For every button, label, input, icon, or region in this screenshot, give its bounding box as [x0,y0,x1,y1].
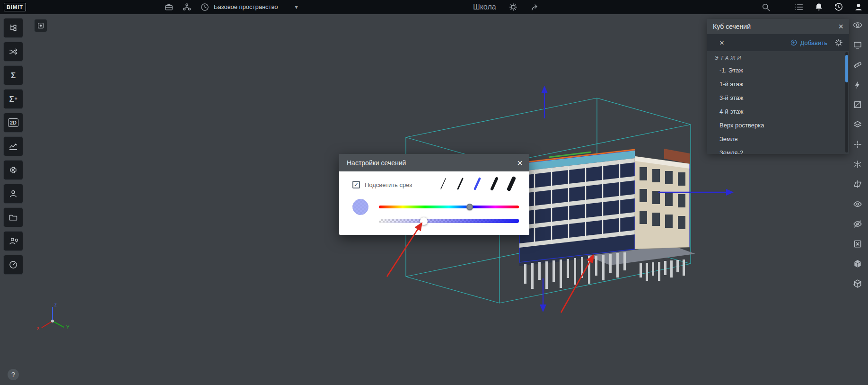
clash-button[interactable] [850,78,865,92]
line-weight-option[interactable] [509,179,514,189]
right-toolbar [849,18,866,291]
deselect-button[interactable]: × [719,39,724,47]
list-item[interactable]: Земля [707,132,849,146]
topbar: BIMIT Базовое пространство ▾ Школа [0,0,868,14]
alpha-slider-handle[interactable] [420,217,428,225]
projects-button[interactable] [164,2,174,12]
alpha-slider[interactable] [379,219,519,223]
notifications-button[interactable] [814,2,824,12]
gauge-icon [9,260,18,269]
focus-view-button[interactable] [34,19,47,32]
measure-button[interactable] [850,58,865,72]
lightning-icon [853,80,862,90]
share-icon [530,2,540,12]
axis-y-label: Y [66,325,70,330]
time-tracking-button[interactable] [200,2,210,12]
section-cube-button[interactable] [850,277,865,291]
list-item[interactable]: 4-й этаж [707,105,849,118]
links-button[interactable] [3,42,23,62]
search-icon [761,2,771,12]
folder-icon [9,213,18,222]
workspace-selector[interactable]: Базовое пространство ▾ [214,0,298,14]
plane-icon [853,179,862,189]
dialog-header[interactable]: Настройки сечений × [339,154,529,171]
dashboard-button[interactable] [3,255,23,275]
gear-icon [834,38,843,47]
line-weight-option[interactable] [441,179,446,189]
briefcase-icon [164,2,174,12]
point-button[interactable] [850,137,865,152]
search-button[interactable] [761,2,771,12]
building-model[interactable] [509,149,695,289]
line-weight-option[interactable] [458,179,463,189]
sigma-icon: Σ [11,72,16,80]
section-view-button[interactable] [850,98,865,112]
org-icon [182,2,192,12]
fit-screen-icon [853,40,862,50]
section-settings-dialog: Настройки сечений × ✓ Подсветить срез [339,154,529,235]
storeys-list: ЭТАЖИ -1. Этаж 1-й этаж 3-й этаж 4-й эта… [707,51,849,154]
app-window: z x Y BIMIT Базовое пространство ▾ Школа [0,0,868,385]
dialog-close-button[interactable]: × [517,158,523,168]
axes-button[interactable] [850,157,865,171]
list-item[interactable]: Земля-2 [707,146,849,154]
line-weight-option[interactable] [492,179,497,189]
panel-scrollbar[interactable] [845,52,848,152]
workspace-label: Базовое пространство [214,3,278,10]
section-plane-button[interactable] [850,177,865,191]
project-files-button[interactable] [3,207,23,227]
point-icon [853,140,862,149]
model-structure-button[interactable] [3,18,23,38]
history-button[interactable] [834,2,843,12]
ruler-icon [853,60,862,70]
account-button[interactable] [854,2,863,12]
organization-button[interactable] [182,2,192,12]
share-button[interactable] [530,2,540,12]
highlight-slice-checkbox[interactable]: ✓ [352,181,360,188]
panel-settings-button[interactable] [834,38,843,47]
task-list-button[interactable] [794,2,804,12]
hue-slider-handle[interactable] [466,204,473,210]
puzzle-icon [9,165,18,175]
orbit-button[interactable] [850,18,865,32]
orbit-icon [853,20,862,30]
project-settings-button[interactable] [509,2,518,12]
show-elements-button[interactable] [850,197,865,211]
user-pin-icon [9,236,18,246]
sigma-plus-icon: Σ [9,95,14,103]
color-swatch[interactable] [352,199,368,215]
totals-add-button[interactable]: Σ+ [3,89,23,109]
plugins-button[interactable] [3,160,23,180]
list-item[interactable]: -1. Этаж [707,63,849,77]
eye-off-icon [853,219,862,229]
cube-icon [853,259,862,269]
app-logo[interactable]: BIMIT [4,3,26,11]
panel-scrollbar-thumb[interactable] [845,55,848,82]
line-weight-picker [435,175,520,192]
user-location-button[interactable] [3,231,23,251]
fit-view-button[interactable] [850,38,865,52]
clear-section-icon [853,239,862,249]
highlight-slice-label: Подсветить срез [365,181,412,188]
bell-icon [814,2,824,12]
axes-gizmo[interactable]: z x Y [33,301,76,336]
users-button[interactable] [3,184,23,204]
charts-button[interactable] [3,136,23,156]
panel-close-button[interactable]: × [838,22,843,31]
dialog-title: Настройки сечений [347,159,406,167]
hue-slider[interactable] [379,206,519,208]
list-item[interactable]: 3-й этаж [707,91,849,105]
line-weight-option-selected[interactable] [475,179,480,189]
2d-view-button[interactable]: 2D [3,113,23,133]
storeys-button[interactable] [850,117,865,132]
clear-section-button[interactable] [850,237,865,251]
totals-button[interactable]: Σ [3,65,23,85]
gear-icon [509,2,518,12]
list-item[interactable]: Верх ростверка [707,118,849,132]
2d-icon: 2D [8,118,18,127]
help-button[interactable]: ? [8,369,19,380]
list-item[interactable]: 1-й этаж [707,77,849,91]
add-section-button[interactable]: Добавить [790,39,827,46]
hide-elements-button[interactable] [850,217,865,231]
cube-button[interactable] [850,257,865,271]
